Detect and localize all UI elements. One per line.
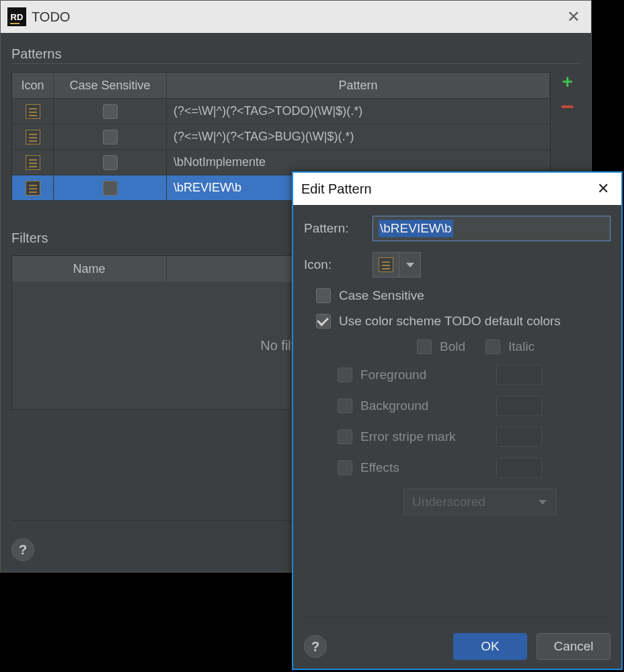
- col-pattern-header: Pattern: [167, 73, 550, 98]
- window-title: TODO: [32, 9, 70, 25]
- italic-checkbox[interactable]: [485, 339, 500, 354]
- bold-label: Bold: [440, 339, 465, 354]
- close-icon[interactable]: ✕: [593, 180, 613, 198]
- dialog-body: Pattern: \bREVIEW\b Icon: Case Sensitive…: [293, 205, 621, 624]
- pattern-row: Pattern: \bREVIEW\b: [304, 216, 611, 241]
- close-icon[interactable]: ✕: [563, 7, 584, 26]
- use-default-row: Use color scheme TODO default colors: [304, 314, 611, 329]
- col-name-header: Name: [12, 256, 167, 282]
- use-default-colors-label: Use color scheme TODO default colors: [339, 314, 561, 329]
- todo-icon: [26, 130, 40, 144]
- bold-italic-row: Bold Italic: [316, 339, 611, 354]
- background-checkbox[interactable]: [338, 398, 352, 413]
- case-sensitive-checkbox[interactable]: [103, 104, 118, 119]
- case-sensitive-checkbox[interactable]: [316, 288, 331, 303]
- effects-swatch[interactable]: [496, 458, 542, 478]
- case-sensitive-checkbox[interactable]: [103, 155, 118, 170]
- case-sensitive-checkbox[interactable]: [103, 181, 118, 196]
- background-swatch[interactable]: [496, 396, 542, 416]
- todo-icon: [26, 104, 40, 119]
- case-sensitive-label: Case Sensitive: [339, 288, 424, 303]
- help-button[interactable]: ?: [11, 538, 34, 561]
- ok-button[interactable]: OK: [453, 633, 527, 660]
- col-icon-header: Icon: [12, 73, 54, 98]
- app-icon: RD: [7, 7, 26, 26]
- pattern-input[interactable]: \bREVIEW\b: [373, 216, 611, 241]
- error-stripe-checkbox[interactable]: [338, 429, 352, 444]
- error-stripe-swatch[interactable]: [496, 427, 542, 447]
- foreground-label: Foreground: [360, 368, 488, 382]
- case-sensitive-row: Case Sensitive: [304, 288, 611, 303]
- foreground-checkbox[interactable]: [338, 368, 352, 382]
- effects-value: Underscored: [412, 495, 485, 509]
- remove-pattern-button[interactable]: −: [556, 96, 579, 116]
- foreground-swatch[interactable]: [496, 365, 542, 385]
- pattern-cell: (?<=\W|^)(?<TAG>TODO)(\W|$)(.*): [167, 99, 550, 124]
- todo-icon: [26, 181, 40, 196]
- foreground-row: Foreground: [316, 365, 611, 385]
- chevron-down-icon: [406, 263, 414, 267]
- bold-option: Bold: [417, 339, 465, 354]
- table-row[interactable]: (?<=\W|^)(?<TAG>TODO)(\W|$)(.*): [12, 98, 550, 124]
- icon-row: Icon:: [304, 252, 611, 278]
- background-label: Background: [360, 398, 488, 413]
- add-pattern-button[interactable]: +: [556, 72, 579, 92]
- icon-combo[interactable]: [373, 252, 421, 278]
- todo-icon: [379, 257, 393, 272]
- effects-checkbox[interactable]: [338, 460, 352, 475]
- pattern-value: \bREVIEW\b: [379, 220, 453, 237]
- effects-select[interactable]: Underscored: [403, 489, 557, 515]
- pattern-label: Pattern:: [304, 221, 363, 236]
- case-sensitive-checkbox[interactable]: [103, 130, 118, 144]
- dialog-titlebar: Edit Pattern ✕: [293, 173, 621, 205]
- titlebar: RD TODO ✕: [1, 1, 591, 33]
- cancel-button[interactable]: Cancel: [537, 633, 611, 660]
- help-button[interactable]: ?: [304, 635, 327, 658]
- error-stripe-label: Error stripe mark: [360, 429, 488, 444]
- edit-pattern-dialog: Edit Pattern ✕ Pattern: \bREVIEW\b Icon:…: [292, 171, 623, 670]
- chevron-down-icon: [539, 500, 547, 505]
- dialog-title: Edit Pattern: [301, 181, 372, 197]
- effects-row: Effects: [316, 458, 611, 478]
- bold-checkbox[interactable]: [417, 339, 432, 354]
- background-row: Background: [316, 396, 611, 416]
- effects-label: Effects: [360, 460, 488, 475]
- icon-label: Icon:: [304, 257, 363, 272]
- italic-label: Italic: [508, 339, 535, 354]
- patterns-section-label: Patterns: [11, 42, 580, 64]
- patterns-header: Icon Case Sensitive Pattern: [12, 73, 550, 98]
- todo-icon: [26, 155, 40, 170]
- col-cs-header: Case Sensitive: [54, 73, 167, 98]
- dialog-footer: ? OK Cancel: [293, 624, 621, 669]
- style-group: Bold Italic Foreground Background Error: [304, 339, 611, 515]
- table-row[interactable]: (?<=\W|^)(?<TAG>BUG)(\W|$)(.*): [12, 124, 550, 149]
- pattern-cell: (?<=\W|^)(?<TAG>BUG)(\W|$)(.*): [167, 124, 550, 149]
- italic-option: Italic: [485, 339, 535, 354]
- use-default-colors-checkbox[interactable]: [316, 314, 331, 329]
- error-stripe-row: Error stripe mark: [316, 427, 611, 447]
